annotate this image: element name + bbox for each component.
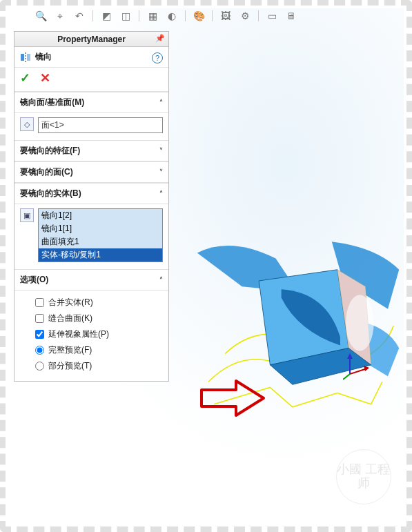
section-bodies-body: ▣ 镜向1[2] 镜向1[1] 曲面填充1 实体-移动/复制1 bbox=[14, 204, 168, 269]
section-bodies-header[interactable]: 要镜向的实体(B) ˄ bbox=[14, 183, 168, 204]
svg-rect-7 bbox=[27, 54, 30, 61]
property-manager-panel: PropertyManager 📌 镜向 ? ✓ ✕ 镜向面/基准面(M) ˄ … bbox=[14, 31, 169, 382]
cancel-button[interactable]: ✕ bbox=[40, 70, 50, 86]
option-label: 缝合曲面(K) bbox=[48, 313, 92, 324]
edit-appearance-icon[interactable]: 🎨 bbox=[193, 10, 205, 22]
option-knit-surfaces[interactable]: 缝合曲面(K) bbox=[35, 311, 163, 326]
feature-header: 镜向 ? bbox=[14, 47, 168, 68]
section-mirror-face-body: ◇ 面<1> bbox=[14, 113, 168, 140]
list-item[interactable]: 镜向1[1] bbox=[39, 222, 162, 235]
option-merge-solids[interactable]: 合并实体(R) bbox=[35, 295, 163, 311]
option-propagate[interactable]: 延伸视象属性(P) bbox=[35, 326, 163, 342]
propagate-checkbox[interactable] bbox=[35, 330, 44, 339]
annotation-arrow bbox=[198, 377, 267, 419]
section-title: 要镜向的面(C) bbox=[20, 166, 73, 178]
face-select-icon[interactable]: ◇ bbox=[20, 117, 34, 131]
section-options-header[interactable]: 选项(O) ˄ bbox=[14, 269, 168, 290]
svg-line-3 bbox=[350, 368, 367, 374]
option-label: 合并实体(R) bbox=[48, 297, 93, 308]
svg-marker-4 bbox=[364, 366, 369, 371]
zoom-fit-icon[interactable]: 🔍 bbox=[35, 10, 47, 22]
ok-button[interactable]: ✓ bbox=[20, 70, 30, 86]
partial-preview-radio[interactable] bbox=[35, 362, 44, 371]
section-title: 镜向面/基准面(M) bbox=[20, 97, 84, 108]
svg-point-0 bbox=[346, 295, 374, 351]
section-title: 选项(O) bbox=[20, 274, 48, 286]
ok-cancel-row: ✓ ✕ bbox=[14, 68, 168, 92]
model-geometry bbox=[174, 236, 412, 415]
watermark: 小國 工程师 bbox=[336, 449, 391, 504]
section-mirror-face-header[interactable]: 镜向面/基准面(M) ˄ bbox=[14, 92, 168, 113]
full-preview-radio[interactable] bbox=[35, 346, 44, 355]
svg-marker-2 bbox=[347, 353, 353, 359]
mirror-icon bbox=[20, 52, 31, 63]
view-settings-icon[interactable]: ⚙ bbox=[239, 10, 251, 22]
pin-icon[interactable]: 📌 bbox=[155, 34, 166, 45]
svg-rect-6 bbox=[21, 54, 24, 61]
list-item[interactable]: 曲面填充1 bbox=[39, 235, 162, 248]
chevron-up-icon: ˄ bbox=[159, 190, 163, 197]
panel-title: PropertyManager bbox=[57, 35, 126, 44]
svg-line-5 bbox=[343, 374, 350, 380]
section-options-body: 合并实体(R) 缝合曲面(K) 延伸视象属性(P) 完整预览(F) 部分预览(T… bbox=[14, 290, 168, 381]
section-faces-header[interactable]: 要镜向的面(C) ˅ bbox=[14, 161, 168, 183]
help-icon[interactable]: ? bbox=[152, 52, 163, 63]
view-orient-icon[interactable]: ◫ bbox=[119, 10, 132, 22]
chevron-down-icon: ˅ bbox=[159, 168, 163, 176]
monitor-icon[interactable]: 🖥 bbox=[285, 10, 297, 22]
origin-triad-icon bbox=[343, 353, 371, 381]
option-label: 部分预览(T) bbox=[48, 360, 92, 372]
list-item[interactable]: 实体-移动/复制1 bbox=[39, 248, 162, 262]
mirror-face-input[interactable]: 面<1> bbox=[38, 117, 163, 133]
option-label: 延伸视象属性(P) bbox=[48, 328, 109, 340]
body-select-icon[interactable]: ▣ bbox=[20, 208, 34, 222]
bodies-listbox[interactable]: 镜向1[2] 镜向1[1] 曲面填充1 实体-移动/复制1 bbox=[38, 208, 163, 262]
chevron-down-icon: ˅ bbox=[159, 147, 163, 155]
section-features-header[interactable]: 要镜向的特征(F) ˅ bbox=[14, 140, 168, 161]
option-full-preview[interactable]: 完整预览(F) bbox=[35, 342, 163, 358]
section-title: 要镜向的实体(B) bbox=[20, 188, 81, 199]
list-item[interactable]: 镜向1[2] bbox=[39, 209, 162, 222]
section-title: 要镜向的特征(F) bbox=[20, 145, 80, 157]
feature-name: 镜向 bbox=[35, 51, 52, 63]
toggle-display-icon[interactable]: ▭ bbox=[266, 10, 278, 22]
apply-scene-icon[interactable]: 🖼 bbox=[219, 10, 232, 22]
panel-title-bar: PropertyManager 📌 bbox=[14, 32, 168, 47]
chevron-up-icon: ˄ bbox=[159, 276, 163, 284]
zoom-area-icon[interactable]: ⌖ bbox=[54, 10, 66, 22]
knit-checkbox[interactable] bbox=[35, 314, 44, 323]
zoom-prev-icon[interactable]: ↶ bbox=[73, 10, 86, 22]
chevron-up-icon: ˄ bbox=[159, 99, 163, 106]
display-style-icon[interactable]: ▦ bbox=[146, 10, 159, 22]
option-partial-preview[interactable]: 部分预览(T) bbox=[35, 358, 163, 374]
merge-checkbox[interactable] bbox=[35, 298, 44, 307]
view-toolbar: 🔍 ⌖ ↶ ◩ ◫ ▦ ◐ 🎨 🖼 ⚙ ▭ 🖥 bbox=[35, 8, 398, 23]
section-view-icon[interactable]: ◩ bbox=[100, 10, 112, 22]
option-label: 完整预览(F) bbox=[48, 344, 92, 356]
hide-show-icon[interactable]: ◐ bbox=[166, 10, 178, 22]
